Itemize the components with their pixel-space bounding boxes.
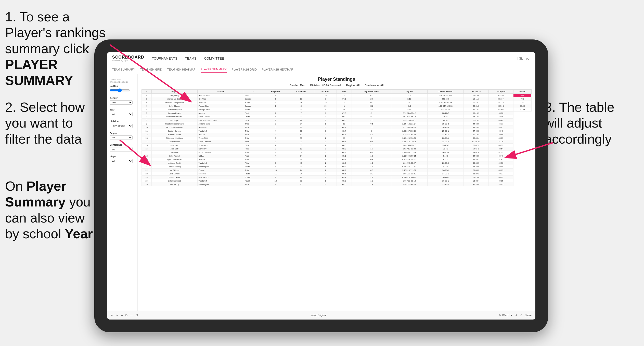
table-row: 10Jacob Dew-ShewanArkansasFifth523068.4-… [142,126,532,129]
table-cell: 49-35-9 [464,161,488,165]
copy-btn[interactable]: ⧉ [125,314,127,317]
table-cell: Fourth [244,115,263,119]
table-row: 24Bastien AmatNew MexicoFourth127269.4-1… [142,176,532,179]
table-row: 8Mats EgeEast Tennessee StateFifth124268… [142,119,532,122]
table-cell: 24-10-4 [464,115,488,119]
col-conf-rank: Conf Rank [288,90,314,94]
more-btn[interactable]: ⋯ [130,314,133,317]
table-cell: 21 [288,108,314,112]
table-cell: Maxwell Ford [151,140,197,144]
table-cell: 54-51-4 [464,151,488,154]
table-cell: 24 [288,122,314,126]
table-cell: 12-16-3 [464,119,488,122]
table-cell: Second [244,97,263,101]
subnav-player-h2h-heatmap[interactable]: PLAYER H2H HEATMAP [262,67,293,72]
table-cell: 1 [263,112,288,115]
table-row: 7Nicholas GabrelcikNorth FloridaFourth12… [142,115,532,119]
table-cell: 1 [263,97,288,101]
table-cell: Fifth [244,126,263,129]
col-school: School [197,90,244,94]
gender-select[interactable]: Men [110,100,133,105]
table-cell: Fourth [244,176,263,179]
table-cell: 22-22-0 [488,101,513,104]
download-btn[interactable]: ⬇ [515,314,517,317]
table-cell: 4 [263,154,288,158]
table-row: 9Preston SummerhaysArizona StateThird324… [142,122,532,126]
subnav-player-summary[interactable]: PLAYER SUMMARY [201,66,227,73]
table-cell: 4.1 [352,133,391,136]
table-cell: Christo Lamprecht [151,108,197,112]
table-cell: 17-14-2 [427,183,463,186]
table-cell: 7 [263,144,288,147]
gender-label: Gender [110,97,135,99]
region-select[interactable]: N/A [110,135,133,140]
table-cell: 1.98 547-142-38 [427,104,463,108]
table-cell: 18-7-3 [464,147,488,151]
table-cell: Arizona [197,158,244,161]
table-cell: 0 [314,183,337,186]
table-row: 22Ian GilliganFloridaThird1024168.7-0.91… [142,169,532,172]
nav-committee[interactable]: COMMITTEE [204,55,224,62]
table-cell: 1 [314,144,337,147]
watch-control[interactable]: 👁 Watch ▼ [499,314,512,317]
nav-teams[interactable]: TEAMS [185,55,197,62]
table-cell: 0 [314,97,337,101]
table-cell: 0 [314,172,337,176]
sign-out-link[interactable]: Sign out [519,57,530,60]
table-cell: -2.3 [352,172,391,176]
sidebar-no-rds: No Rds. [110,85,135,93]
table-cell: 68.6 [337,172,352,176]
table-cell: 28-12-7 [427,112,463,115]
table-cell: Third [244,158,263,161]
table-row: 1Wenyi DingArizona StateFirst1115167.1-3… [142,94,532,97]
instruction-step2: 2. Select how you want to filter the dat… [5,99,89,147]
year-select[interactable]: (All) [110,112,133,116]
subnav-team-summary[interactable]: TEAM SUMMARY [112,67,135,72]
share-btn[interactable]: Share [525,314,532,317]
table-cell: Third [244,140,263,144]
table-cell: David Ford [151,151,197,154]
table-cell: 16-23-1 [427,179,463,183]
expand-btn[interactable]: ⤢ [520,314,522,317]
table-cell: 40.55 [488,144,513,147]
table-cell: 2 [314,108,337,112]
table-cell: Jacob Dew-Shewan [151,126,197,129]
table-cell: 68.4 [337,133,352,136]
tablet-device: SCOREBOARD Powered by clippi TOURNAMENTS… [94,39,548,332]
table-cell: 2 [263,108,288,112]
table-cell: 44.41 [488,126,513,129]
table-cell: 14-3-3 [427,115,463,119]
table-cell: Third [244,122,263,126]
table-cell: 68.5 [337,144,352,147]
table-cell: Luke Powell [151,154,197,158]
col-vs-top25: Vs Top 25 [464,90,488,94]
table-cell: First [244,154,263,158]
table-cell: 8 [142,119,152,122]
undo-btn[interactable]: ↩ [111,314,113,317]
subnav-team-h2h-heatmap[interactable]: TEAM H2H HEATMAP [167,67,196,72]
table-cell: 27-10-2 [464,108,488,112]
table-cell: Mats Ege [151,119,197,122]
view-original[interactable]: View: Original [311,314,326,317]
table-cell: 38-46-4 [464,136,488,140]
table-cell: Third [244,129,263,133]
conference-select[interactable]: (All) [110,147,133,151]
table-cell: North Carolina [197,151,244,154]
table-cell: 9 [142,122,152,126]
division-select[interactable]: NCAA Division I [110,124,133,128]
table-cell: 1 [263,176,288,179]
subnav-player-h2h-grid[interactable]: PLAYER H2H GRID [232,67,257,72]
player-select[interactable]: (All) [110,159,133,163]
table-cell: 21 [288,129,314,133]
nav-tournaments[interactable]: TOURNAMENTS [152,55,177,62]
table-cell: 24 [288,119,314,122]
table-cell: 11 [263,172,288,176]
redo-btn[interactable]: ↪ [116,314,118,317]
table-cell: 2 [288,104,314,108]
no-rds-slider[interactable] [110,88,130,92]
clock-btn[interactable]: ⏱ [135,314,138,317]
table-cell: 23 [142,172,152,176]
subnav-team-h2h-grid[interactable]: TEAM H2H GRID [140,67,162,72]
back-btn[interactable]: ⬅ [121,314,123,317]
table-cell: -2.5 [352,119,391,122]
